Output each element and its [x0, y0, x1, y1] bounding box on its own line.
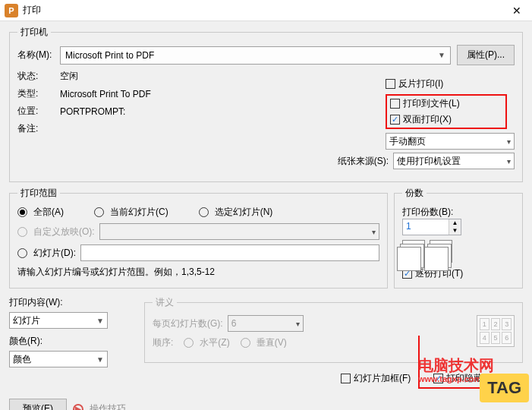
custom-show-select: ▾	[99, 223, 379, 240]
handout-legend: 讲义	[153, 296, 177, 309]
chevron-down-icon: ▾	[507, 157, 511, 166]
chevron-down-icon: ▾	[372, 228, 376, 236]
per-page-label: 每页幻灯片数(G):	[153, 317, 223, 330]
order-vertical-radio: 垂直(V)	[241, 336, 287, 349]
highlight-box-duplex: 打印到文件(L) 双面打印(X)	[386, 94, 507, 129]
range-slides-radio[interactable]: 幻灯片(D):	[17, 247, 76, 260]
spinner-down-icon[interactable]: ▼	[449, 227, 461, 235]
range-custom-show-radio: 自定义放映(O):	[17, 226, 95, 238]
radio-icon	[17, 248, 27, 258]
copies-legend: 份数	[402, 187, 427, 200]
collate-stack-icon	[430, 240, 452, 263]
window-title: 打印	[23, 4, 41, 17]
range-hint: 请输入幻灯片编号或幻灯片范围。例如，1,3,5-12	[17, 266, 379, 279]
range-all-radio[interactable]: 全部(A)	[17, 206, 64, 219]
collate-icons	[402, 240, 515, 263]
comment-label: 备注:	[17, 122, 60, 135]
radio-icon	[17, 227, 27, 237]
preview-button[interactable]: 预览(E)	[9, 399, 67, 410]
bottom-bar: 预览(E) ▶ 操作技巧	[0, 394, 532, 410]
reverse-print-checkbox[interactable]: 反片打印(I)	[386, 77, 443, 90]
type-label: 类型:	[17, 87, 60, 100]
printer-name-select[interactable]: Microsoft Print to PDF ▼	[60, 46, 451, 65]
properties-button[interactable]: 属性(P)...	[457, 45, 515, 65]
color-select[interactable]: 颜色 ▼	[9, 351, 108, 367]
handout-preview: 123 456	[477, 315, 515, 347]
printer-legend: 打印机	[17, 26, 51, 39]
checkbox-icon	[386, 79, 395, 89]
tips-link[interactable]: 操作技巧	[90, 402, 126, 410]
radio-icon	[241, 338, 250, 348]
status-label: 状态:	[17, 70, 60, 83]
chevron-down-icon: ▾	[507, 137, 511, 146]
checkbox-icon	[433, 374, 443, 383]
name-label: 名称(M):	[17, 49, 60, 62]
type-value: Microsoft Print To PDF	[60, 89, 151, 99]
print-to-file-checkbox[interactable]: 打印到文件(L)	[390, 97, 502, 110]
radio-icon	[184, 338, 194, 348]
chevron-down-icon: ▼	[96, 355, 104, 364]
range-legend: 打印范围	[17, 187, 60, 200]
tips-icon[interactable]: ▶	[73, 404, 83, 411]
frame-checkbox[interactable]: 幻灯片加框(F)	[341, 372, 411, 385]
range-selected-radio[interactable]: 选定幻灯片(N)	[199, 206, 273, 219]
status-value: 空闲	[60, 70, 78, 83]
paper-source-select[interactable]: 使用打印机设置 ▾	[393, 153, 515, 169]
color-label: 颜色(R):	[9, 335, 138, 348]
order-horizontal-radio: 水平(Z)	[184, 336, 229, 349]
copies-group: 份数 打印份数(B): 1 ▲▼ 逐份打印(T)	[394, 187, 523, 289]
slides-input[interactable]	[80, 244, 379, 261]
chevron-down-icon: ▼	[96, 317, 104, 325]
chevron-down-icon: ▾	[296, 320, 300, 328]
content-label: 打印内容(W):	[9, 296, 138, 309]
printer-name-value: Microsoft Print to PDF	[65, 50, 154, 61]
handout-group: 讲义 每页幻灯片数(G): 6 ▾ 顺序: 水平(Z)	[144, 296, 523, 363]
print-range-group: 打印范围 全部(A) 当前幻灯片(C) 选定幻灯片(N) 自定义	[9, 187, 388, 289]
content-select[interactable]: 幻灯片 ▼	[9, 312, 108, 329]
order-label: 顺序:	[153, 336, 173, 349]
manual-flip-select[interactable]: 手动翻页 ▾	[386, 133, 515, 150]
location-value: PORTPROMPT:	[60, 106, 125, 117]
range-current-radio[interactable]: 当前幻灯片(C)	[94, 206, 168, 219]
copies-spinner[interactable]: 1 ▲▼	[402, 219, 461, 235]
checkbox-icon	[390, 99, 400, 109]
radio-icon	[17, 207, 27, 217]
titlebar: P 打印 ✕	[0, 0, 532, 21]
copies-label: 打印份数(B):	[402, 206, 453, 219]
radio-icon	[199, 207, 209, 217]
duplex-checkbox[interactable]: 双面打印(X)	[390, 113, 502, 126]
print-hidden-checkbox[interactable]: 打印隐藏幻灯片(H)	[433, 372, 523, 385]
checkbox-icon	[341, 374, 351, 383]
copies-value: 1	[403, 219, 449, 235]
per-page-select: 6 ▾	[228, 315, 304, 332]
collate-stack-icon	[402, 240, 425, 263]
app-icon: P	[5, 4, 18, 17]
close-icon[interactable]: ✕	[502, 5, 532, 17]
paper-source-label: 纸张来源(S):	[338, 155, 389, 168]
location-label: 位置:	[17, 105, 60, 118]
spinner-up-icon[interactable]: ▲	[449, 219, 461, 227]
chevron-down-icon: ▼	[438, 51, 445, 59]
checkbox-icon	[390, 115, 400, 125]
printer-group: 打印机 名称(M): Microsoft Print to PDF ▼ 属性(P…	[9, 26, 523, 182]
radio-icon	[94, 207, 104, 217]
